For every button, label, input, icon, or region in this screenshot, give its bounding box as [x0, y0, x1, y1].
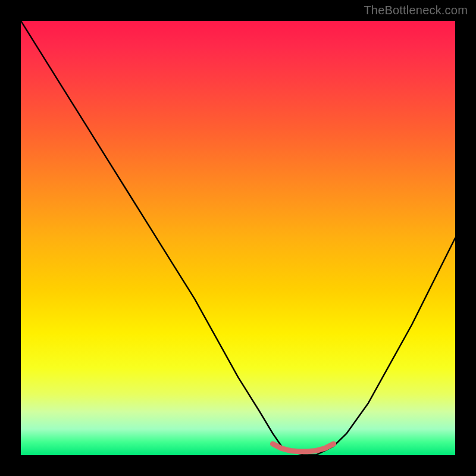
chart-svg: [21, 21, 455, 455]
bottleneck-curve: [21, 21, 455, 455]
chart-frame: TheBottleneck.com: [0, 0, 476, 476]
chart-plot-area: [21, 21, 455, 455]
optimal-zone-marker: [273, 444, 333, 452]
watermark-label: TheBottleneck.com: [364, 4, 468, 17]
